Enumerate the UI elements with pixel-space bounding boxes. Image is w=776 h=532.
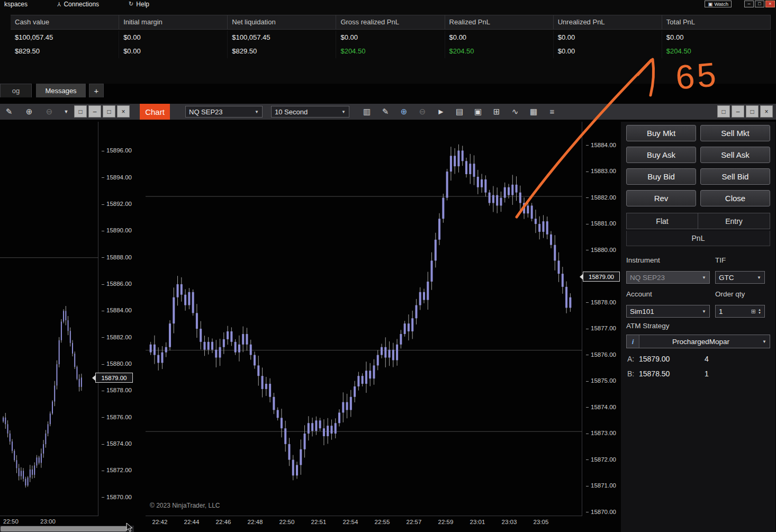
price-axis-label: 15872.00 (586, 456, 616, 463)
time-axis-label: 23:03 (499, 519, 520, 525)
info-icon[interactable]: i (627, 335, 639, 348)
price-axis-label: 15878.00 (586, 299, 616, 305)
cursor-icon[interactable]: ► (434, 105, 448, 118)
overview-price-axis[interactable]: 15896.0015894.0015892.0015890.0015888.00… (102, 122, 134, 516)
chevron-down-icon: ▼ (762, 339, 766, 344)
sell-bid-button[interactable]: Sell Bid (700, 168, 770, 185)
summary-column-header: Unrealized PnL (554, 15, 662, 29)
buy-ask-button[interactable]: Buy Ask (626, 147, 696, 163)
chart-zoom-out-icon[interactable]: ⊖ (416, 105, 429, 118)
tab-messages[interactable]: Messages (36, 84, 86, 97)
sell-ask-button[interactable]: Sell Ask (700, 147, 770, 163)
buy-bid-button[interactable]: Buy Bid (626, 168, 696, 185)
summary-cell: $204.50 (336, 44, 445, 58)
drawing-tools-icon[interactable]: ✎ (378, 105, 392, 118)
price-axis-label: 15884.00 (102, 307, 132, 313)
price-axis-label: 15892.00 (102, 201, 132, 207)
minimize-button[interactable]: □ (755, 1, 764, 7)
time-axis-label: 22:55 (372, 519, 393, 525)
price-axis-label: 15884.00 (586, 142, 616, 148)
overview-chart-panel: 15896.0015894.0015892.0015890.0015888.00… (0, 122, 134, 532)
price-axis-label: 15882.00 (102, 334, 132, 340)
quantity-stepper[interactable]: 1 ⊞ ▲ ▼ (715, 305, 765, 318)
main-candlestick-series (146, 122, 582, 516)
toolbar-left-window-buttons: □–□× (74, 105, 130, 118)
atm-strategy-select[interactable]: i ProchargedMopar ▼ (626, 335, 770, 348)
main-price-axis[interactable]: 15884.0015883.0015882.0015881.0015880.00… (586, 122, 620, 516)
interval-select[interactable]: 10 Second ▼ (271, 106, 349, 118)
marker-pointer (92, 375, 96, 381)
overview-last-price-marker: 15879.00 (95, 373, 133, 383)
restore-button[interactable]: – (744, 1, 754, 7)
restore-button[interactable]: □ (717, 105, 730, 118)
maximize-button[interactable]: × (765, 1, 775, 7)
time-axis-label: 22:46 (213, 519, 234, 525)
maximize-button[interactable]: □ (103, 105, 115, 118)
chart-style-icon[interactable]: ▥ (360, 105, 374, 118)
minimize-button[interactable]: – (88, 105, 101, 118)
zoom-out-icon[interactable]: ⊖ (42, 105, 56, 118)
atm-strategy-label: ATM Strategy (626, 322, 670, 330)
account-select[interactable]: Sim101 ▼ (626, 305, 710, 318)
chart-zoom-in-icon[interactable]: ⊕ (397, 105, 411, 118)
sell-mkt-button[interactable]: Sell Mkt (700, 125, 770, 141)
reverse-button[interactable]: Rev (626, 190, 696, 206)
tif-select[interactable]: GTC ▼ (715, 271, 765, 284)
price-axis-label: 15870.00 (586, 509, 616, 515)
instrument-select[interactable]: NQ SEP23 ▼ (185, 106, 263, 118)
close-window-button[interactable]: × (117, 105, 130, 118)
close-window-button[interactable]: × (760, 105, 773, 118)
time-axis-label: 23:00 (40, 518, 61, 525)
data-box-icon[interactable]: ▤ (453, 105, 466, 118)
main-chart-plot[interactable] (146, 122, 582, 516)
restore-button[interactable]: □ (74, 105, 87, 118)
time-axis-label: 22:44 (181, 519, 202, 525)
summary-column-header: Gross realized PnL (336, 15, 445, 29)
menu-connections[interactable]: Connections (64, 1, 99, 8)
buy-mkt-button[interactable]: Buy Mkt (626, 125, 696, 141)
panel-instrument-select[interactable]: NQ SEP23 ▼ (626, 271, 710, 284)
marker-pointer (580, 274, 583, 280)
time-axis-label: 22:57 (403, 519, 425, 525)
time-axis-label: 22:59 (435, 519, 456, 525)
last-price: 15879.00 (589, 274, 614, 280)
level-b-price: 15878.50 (639, 369, 670, 378)
properties-icon[interactable]: ≡ (545, 105, 559, 118)
app-window-controls: –□× (744, 1, 775, 7)
minimize-button[interactable]: – (732, 105, 744, 118)
chart-window-tab[interactable]: Chart (140, 104, 170, 120)
chart-trader-icon[interactable]: ▣ (471, 105, 485, 118)
price-axis-label: 15872.00 (102, 467, 132, 473)
position-flat: Flat (627, 213, 698, 229)
summary-cell: $0.00 (336, 31, 445, 44)
new-tab-button[interactable]: + (89, 84, 104, 97)
menu-workspaces[interactable]: kspaces (4, 1, 28, 8)
close-button[interactable]: Close (700, 190, 770, 206)
tab-log[interactable]: og (0, 84, 32, 97)
price-axis-label: 15878.00 (102, 387, 132, 393)
dropdown-chevron-icon[interactable]: ▼ (62, 105, 70, 118)
time-axis-label: 23:01 (467, 519, 488, 525)
market-analyzer-icon[interactable]: ⊞ (490, 105, 503, 118)
summary-row-1: $829.50$0.00$829.50$204.50$204.50$0.00$2… (11, 44, 771, 58)
overview-time-axis[interactable]: 22:5023:00 (0, 518, 98, 526)
main-time-axis[interactable]: 22:4222:4422:4622:4822:5022:5122:5422:55… (146, 519, 582, 527)
chart-toolbar: ✎⊕⊖▼ □–□× Chart NQ SEP23 ▼ 10 Second ▼ ▥… (0, 104, 776, 120)
quantity-spinner[interactable]: ▲ ▼ (758, 308, 761, 314)
zoom-in-icon[interactable]: ⊕ (22, 105, 36, 118)
account-label: Account (626, 290, 652, 298)
level-a-qty: 4 (705, 355, 709, 363)
spin-down-icon[interactable]: ▼ (758, 311, 761, 314)
connections-icon: Y (57, 1, 61, 7)
time-axis-label: 22:50 (3, 518, 24, 525)
overview-chart-plot[interactable] (0, 122, 98, 516)
maximize-button[interactable]: □ (746, 105, 759, 118)
chart-scrollbar[interactable] (0, 526, 134, 532)
watch-button[interactable]: ▣ Watch (705, 1, 732, 7)
draw-icon[interactable]: ✎ (2, 105, 16, 118)
scrollbar-thumb[interactable] (1, 526, 127, 531)
menu-help[interactable]: Help (136, 1, 149, 8)
indicators-icon[interactable]: ∿ (508, 105, 522, 118)
calculator-icon[interactable]: ⊞ (751, 308, 756, 315)
strategies-icon[interactable]: ▦ (527, 105, 540, 118)
